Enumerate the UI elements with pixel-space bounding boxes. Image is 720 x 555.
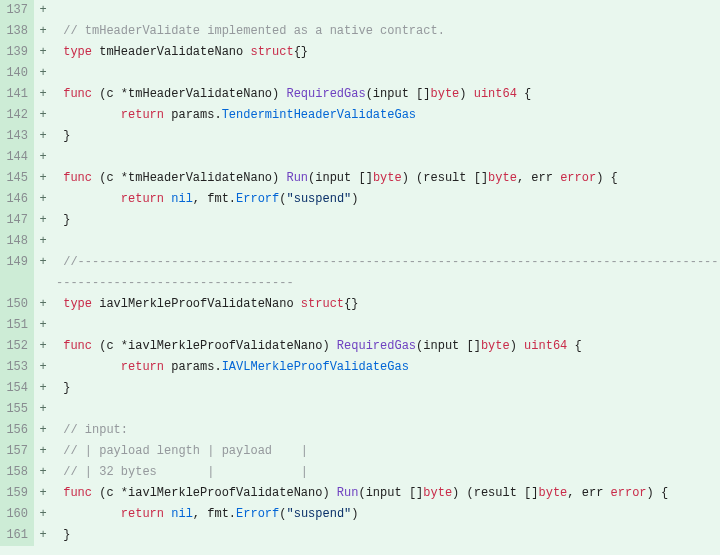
code-token: // tmHeaderValidate implemented as a nat…	[63, 24, 445, 38]
code-cell[interactable]: return nil, fmt.Errorf("suspend")	[52, 504, 720, 525]
code-cell[interactable]: //--------------------------------------…	[52, 252, 720, 294]
diff-sign: +	[34, 399, 52, 420]
code-token: , err	[517, 171, 560, 185]
code-cell[interactable]: return params.TendermintHeaderValidateGa…	[52, 105, 720, 126]
line-number: 157	[0, 441, 34, 462]
line-number: 149	[0, 252, 34, 294]
code-cell[interactable]: func (c *iavlMerkleProofValidateNano) Ru…	[52, 483, 720, 504]
line-number: 144	[0, 147, 34, 168]
code-cell[interactable]: return nil, fmt.Errorf("suspend")	[52, 189, 720, 210]
diff-line: 138+ // tmHeaderValidate implemented as …	[0, 21, 720, 42]
code-token: byte	[423, 486, 452, 500]
code-token: (input []	[366, 87, 431, 101]
code-token: (input []	[358, 486, 423, 500]
code-cell[interactable]: }	[52, 378, 720, 399]
line-number: 150	[0, 294, 34, 315]
code-cell[interactable]	[52, 399, 720, 420]
code-token: {	[517, 87, 531, 101]
code-cell[interactable]: func (c *iavlMerkleProofValidateNano) Re…	[52, 336, 720, 357]
code-cell[interactable]: type iavlMerkleProofValidateNano struct{…	[52, 294, 720, 315]
code-token: (c *iavlMerkleProofValidateNano)	[92, 486, 337, 500]
diff-line: 146+ return nil, fmt.Errorf("suspend")	[0, 189, 720, 210]
code-cell[interactable]: // | 32 bytes | |	[52, 462, 720, 483]
diff-sign: +	[34, 21, 52, 42]
code-token: , err	[567, 486, 610, 500]
diff-line: 140+	[0, 63, 720, 84]
code-cell[interactable]: // input:	[52, 420, 720, 441]
diff-view: 137+138+ // tmHeaderValidate implemented…	[0, 0, 720, 546]
code-cell[interactable]: func (c *tmHeaderValidateNano) RequiredG…	[52, 84, 720, 105]
diff-line: 152+ func (c *iavlMerkleProofValidateNan…	[0, 336, 720, 357]
diff-line: 150+ type iavlMerkleProofValidateNano st…	[0, 294, 720, 315]
diff-sign: +	[34, 252, 52, 294]
code-token: (input []	[416, 339, 481, 353]
diff-sign: +	[34, 0, 52, 21]
code-token: , fmt.	[193, 507, 236, 521]
diff-line: 151+	[0, 315, 720, 336]
code-token: byte	[430, 87, 459, 101]
diff-line: 161+ }	[0, 525, 720, 546]
code-token: , fmt.	[193, 192, 236, 206]
code-cell[interactable]: func (c *tmHeaderValidateNano) Run(input…	[52, 168, 720, 189]
code-token: struct	[250, 45, 293, 59]
code-token: func	[63, 339, 92, 353]
diff-sign: +	[34, 42, 52, 63]
code-cell[interactable]	[52, 63, 720, 84]
code-token: {	[567, 339, 581, 353]
diff-sign: +	[34, 504, 52, 525]
code-token: RequiredGas	[286, 87, 365, 101]
line-number: 155	[0, 399, 34, 420]
diff-sign: +	[34, 126, 52, 147]
code-token: )	[459, 87, 473, 101]
code-token	[56, 507, 121, 521]
code-token: type	[63, 297, 92, 311]
diff-sign: +	[34, 378, 52, 399]
diff-line: 153+ return params.IAVLMerkleProofValida…	[0, 357, 720, 378]
code-token: Errorf	[236, 192, 279, 206]
code-token: )	[351, 507, 358, 521]
code-cell[interactable]: // tmHeaderValidate implemented as a nat…	[52, 21, 720, 42]
diff-sign: +	[34, 336, 52, 357]
code-token: func	[63, 171, 92, 185]
diff-sign: +	[34, 189, 52, 210]
code-token: (c *tmHeaderValidateNano)	[92, 171, 286, 185]
code-token: byte	[373, 171, 402, 185]
code-token: )	[510, 339, 524, 353]
diff-line: 145+ func (c *tmHeaderValidateNano) Run(…	[0, 168, 720, 189]
code-cell[interactable]	[52, 315, 720, 336]
code-cell[interactable]: }	[52, 210, 720, 231]
code-cell[interactable]	[52, 0, 720, 21]
code-token: ) (result []	[452, 486, 538, 500]
code-token	[56, 360, 121, 374]
code-token: error	[611, 486, 647, 500]
code-token: return	[121, 108, 164, 122]
diff-line: 142+ return params.TendermintHeaderValid…	[0, 105, 720, 126]
line-number: 141	[0, 84, 34, 105]
diff-line: 144+	[0, 147, 720, 168]
code-token: nil	[171, 507, 193, 521]
code-token: // input:	[63, 423, 128, 437]
code-token: iavlMerkleProofValidateNano	[92, 297, 301, 311]
code-cell[interactable]: }	[52, 126, 720, 147]
line-number: 138	[0, 21, 34, 42]
code-cell[interactable]: }	[52, 525, 720, 546]
code-token: IAVLMerkleProofValidateGas	[222, 360, 409, 374]
diff-sign: +	[34, 420, 52, 441]
code-token: return	[121, 192, 164, 206]
line-number: 146	[0, 189, 34, 210]
code-cell[interactable]: return params.IAVLMerkleProofValidateGas	[52, 357, 720, 378]
diff-line: 159+ func (c *iavlMerkleProofValidateNan…	[0, 483, 720, 504]
code-token: (input []	[308, 171, 373, 185]
code-cell[interactable]: type tmHeaderValidateNano struct{}	[52, 42, 720, 63]
code-token: tmHeaderValidateNano	[92, 45, 250, 59]
code-cell[interactable]	[52, 147, 720, 168]
line-number: 147	[0, 210, 34, 231]
code-token: nil	[171, 192, 193, 206]
diff-sign: +	[34, 147, 52, 168]
code-token: }	[56, 528, 70, 542]
diff-line: 155+	[0, 399, 720, 420]
code-cell[interactable]: // | payload length | payload |	[52, 441, 720, 462]
diff-sign: +	[34, 357, 52, 378]
line-number: 151	[0, 315, 34, 336]
code-cell[interactable]	[52, 231, 720, 252]
